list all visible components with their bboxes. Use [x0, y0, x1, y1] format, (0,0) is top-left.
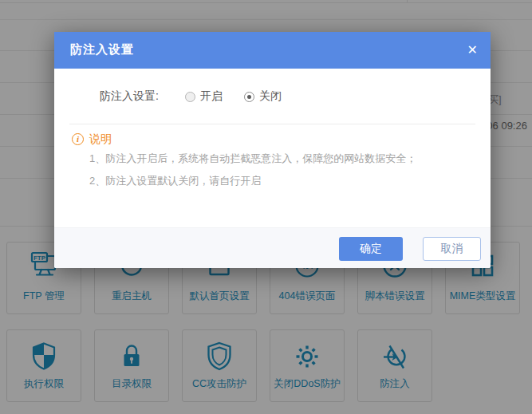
dialog-title: 防注入设置	[70, 42, 134, 57]
confirm-button[interactable]: 确定	[339, 237, 403, 261]
anti-injection-setting-row: 防注入设置: 开启 关闭	[100, 89, 282, 104]
radio-off-label: 关闭	[259, 89, 282, 104]
note-title: 说明	[89, 132, 112, 147]
info-icon: i	[72, 133, 84, 145]
anti-injection-settings-dialog: 防注入设置 ✕ 防注入设置: 开启 关闭 i 说明 1、防注入开启后，系统将自动…	[54, 32, 491, 268]
dialog-footer: 确定 取消	[54, 227, 491, 268]
radio-option-off[interactable]: 关闭	[244, 89, 282, 104]
radio-on-label: 开启	[200, 89, 223, 104]
note-line: 2、防注入设置默认关闭，请自行开启	[89, 174, 261, 188]
radio-option-on[interactable]: 开启	[185, 89, 223, 104]
radio-on-unchecked[interactable]	[185, 92, 195, 102]
note-line: 1、防注入开启后，系统将自动拦截恶意注入，保障您的网站数据安全；	[89, 152, 416, 166]
setting-label: 防注入设置:	[100, 89, 159, 104]
section-divider	[69, 124, 475, 124]
dialog-header: 防注入设置 ✕	[54, 32, 491, 69]
cancel-button[interactable]: 取消	[423, 237, 481, 261]
close-icon[interactable]: ✕	[467, 41, 478, 59]
radio-off-checked[interactable]	[244, 92, 254, 102]
